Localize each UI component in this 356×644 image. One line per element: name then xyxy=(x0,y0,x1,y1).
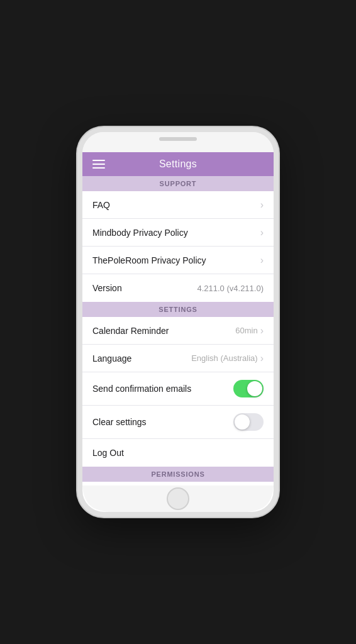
send-confirmation-emails-row: Send confirmation emails xyxy=(82,372,274,406)
poleroom-privacy-label: ThePoleRoom Privacy Policy xyxy=(92,255,206,265)
version-row: Version 4.211.0 (v4.211.0) xyxy=(82,274,274,302)
faq-label: FAQ xyxy=(92,200,110,210)
send-confirmation-emails-toggle[interactable] xyxy=(233,380,264,397)
clear-settings-toggle[interactable] xyxy=(233,413,264,431)
mindbody-privacy-row[interactable]: Mindbody Privacy Policy › xyxy=(82,219,274,247)
version-label: Version xyxy=(92,283,122,293)
log-out-row[interactable]: Log Out xyxy=(82,439,274,467)
faq-row[interactable]: FAQ › xyxy=(82,191,274,219)
phone-shell: Settings SUPPORT FAQ › Mindbody Privacy … xyxy=(77,127,279,517)
hamburger-icon[interactable] xyxy=(92,160,105,169)
phone-top-bar xyxy=(82,132,274,152)
poleroom-privacy-row[interactable]: ThePoleRoom Privacy Policy › xyxy=(82,247,274,274)
settings-list-section: Calendar Reminder 60min › Language Engli… xyxy=(82,317,274,467)
poleroom-privacy-right: › xyxy=(260,255,264,265)
settings-section-header: SETTINGS xyxy=(82,302,274,317)
app-header: Settings xyxy=(82,152,274,176)
screen: Settings SUPPORT FAQ › Mindbody Privacy … xyxy=(82,152,274,486)
calendar-reminder-right: 60min › xyxy=(235,326,264,336)
calendar-reminder-chevron-icon: › xyxy=(260,326,264,336)
version-right: 4.211.0 (v4.211.0) xyxy=(197,284,264,293)
faq-right: › xyxy=(260,200,264,210)
calendar-reminder-value: 60min xyxy=(235,326,257,335)
phone-speaker xyxy=(159,137,197,141)
header-title: Settings xyxy=(159,158,197,170)
permissions-section-header: PERMISSIONS xyxy=(82,467,274,482)
version-value: 4.211.0 (v4.211.0) xyxy=(197,284,264,293)
clear-settings-row: Clear settings xyxy=(82,406,274,439)
log-out-label: Log Out xyxy=(92,448,124,458)
home-button[interactable] xyxy=(167,487,189,510)
language-value: English (Australia) xyxy=(191,353,258,363)
clear-settings-knob xyxy=(235,414,250,430)
calendar-reminder-row[interactable]: Calendar Reminder 60min › xyxy=(82,317,274,345)
language-row[interactable]: Language English (Australia) › xyxy=(82,345,274,372)
mindbody-privacy-right: › xyxy=(260,228,264,238)
mindbody-chevron-icon: › xyxy=(260,228,264,238)
support-list-section: FAQ › Mindbody Privacy Policy › ThePoleR… xyxy=(82,191,274,302)
phone-bottom-bar xyxy=(82,486,274,512)
language-label: Language xyxy=(92,353,131,364)
mindbody-privacy-label: Mindbody Privacy Policy xyxy=(92,228,188,238)
send-confirmation-emails-label: Send confirmation emails xyxy=(92,384,191,394)
poleroom-chevron-icon: › xyxy=(260,255,264,265)
faq-chevron-icon: › xyxy=(260,200,264,210)
support-section-header: SUPPORT xyxy=(82,176,274,191)
calendar-reminder-label: Calendar Reminder xyxy=(92,326,169,336)
language-chevron-icon: › xyxy=(260,353,264,364)
send-confirmation-emails-knob xyxy=(247,381,262,396)
clear-settings-label: Clear settings xyxy=(92,417,147,427)
language-right: English (Australia) › xyxy=(191,353,264,364)
